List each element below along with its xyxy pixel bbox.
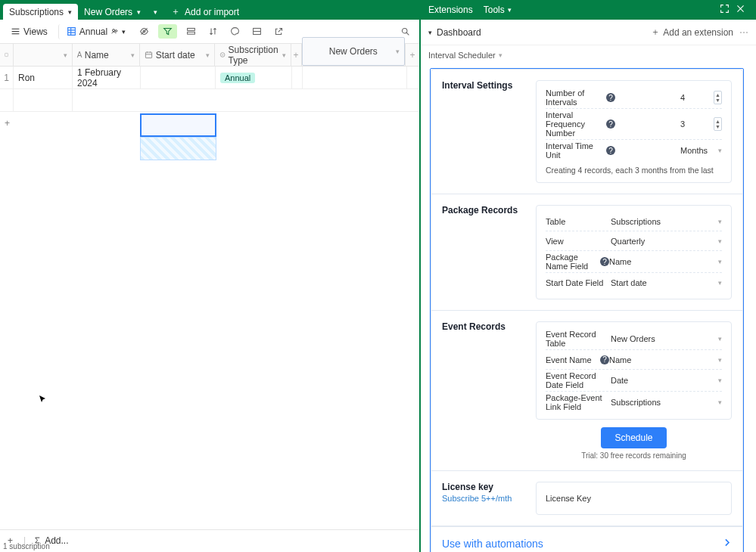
package-table-select[interactable]: Subscriptions ▾ (611, 217, 722, 226)
sort-icon[interactable] (205, 24, 221, 39)
row-name[interactable]: Ron (14, 67, 73, 88)
annual-tag: Annual (220, 73, 255, 83)
number-stepper[interactable] (714, 91, 722, 104)
chevron-down-icon: ▾ (508, 6, 512, 14)
field-label: Event Name (546, 355, 600, 364)
package-name-select[interactable]: Name ▾ (609, 257, 722, 266)
chevron-down-icon[interactable]: ▾ (137, 8, 141, 16)
extensions-menu[interactable]: Extensions (428, 5, 473, 15)
num-intervals-input[interactable]: 4 (680, 91, 722, 104)
interval-unit-select[interactable]: Months ▾ (680, 146, 722, 155)
row-sub-type[interactable]: Annual (216, 67, 292, 88)
row-start-date[interactable]: 1 February 2024 (73, 67, 141, 88)
hide-fields-icon[interactable] (136, 24, 152, 39)
group-icon[interactable] (183, 24, 199, 39)
tab-subscriptions[interactable]: Subscriptions ▾ (3, 4, 78, 20)
chevron-down-icon: ▾ (206, 51, 210, 59)
help-icon[interactable]: ? (600, 355, 609, 364)
dash-header: ▾ Dashboard ＋ Add an extension ⋯ (421, 20, 756, 45)
field-label: View (546, 237, 611, 246)
add-or-import-button[interactable]: ＋ Add or import (163, 4, 247, 20)
chevron-down-icon: ▾ (499, 51, 502, 59)
col-new-orders[interactable]: New Orders ▾ (302, 44, 406, 66)
row-spacer (141, 67, 216, 88)
automations-label: Use with automations (442, 538, 543, 550)
help-icon[interactable]: ? (600, 257, 609, 266)
view-name: Annual (79, 26, 107, 37)
interval-note: Creating 4 records, each 3 months from t… (546, 161, 722, 176)
col-add-inline[interactable]: + (291, 44, 302, 66)
chevron-down-icon: ▾ (122, 28, 126, 36)
share-icon[interactable] (271, 24, 287, 39)
add-import-label: Add or import (185, 7, 239, 17)
plus-icon: ＋ (171, 5, 180, 18)
row-orders-cell[interactable] (303, 67, 407, 88)
event-table-select[interactable]: New Orders ▾ (611, 334, 722, 343)
value: Name (609, 355, 631, 364)
tab-label: Subscriptions (9, 7, 64, 17)
record-count: 1 subscription (0, 541, 53, 552)
dash-title[interactable]: ▾ Dashboard (428, 27, 651, 38)
number-stepper[interactable] (714, 117, 722, 131)
schedule-button[interactable]: Schedule (601, 427, 666, 448)
expand-icon[interactable] (720, 4, 730, 16)
chevron-down-icon: ▾ (396, 48, 400, 55)
value: New Orders (611, 334, 655, 343)
chevron-down-icon[interactable]: ▾ (68, 8, 72, 16)
close-icon[interactable] (736, 4, 745, 16)
extension-pane: ▾ Dashboard ＋ Add an extension ⋯ Interva… (421, 20, 756, 552)
value: Months (680, 146, 708, 155)
cursor-icon (39, 395, 46, 402)
field-label: Event Record Table (546, 330, 611, 348)
add-extension-label: Add an extension (663, 27, 733, 38)
help-icon[interactable]: ? (606, 146, 615, 155)
date-icon (145, 50, 153, 60)
row-height-icon[interactable] (249, 24, 265, 39)
scheduler-title-bar[interactable]: Interval Scheduler ▾ (421, 45, 756, 65)
event-date-select[interactable]: Date ▾ (611, 376, 722, 385)
table-tabs: Subscriptions ▾ New Orders ▾ ▾ ＋ Add or … (3, 0, 247, 20)
filter-icon[interactable] (158, 24, 177, 39)
tab-new-orders[interactable]: New Orders ▾ (78, 4, 147, 20)
views-label: Views (23, 26, 48, 37)
field-label: Start Date Field (546, 278, 611, 287)
add-extension-button[interactable]: ＋ Add an extension (651, 26, 733, 39)
view-picker[interactable]: Annual ▾ (58, 24, 130, 39)
add-row-button[interactable]: + (0, 112, 419, 135)
col-label: New Orders (329, 46, 378, 57)
views-button[interactable]: Views (6, 24, 52, 39)
svg-rect-7 (5, 53, 8, 56)
color-icon[interactable] (227, 24, 243, 39)
chevron-down-icon: ▾ (718, 335, 722, 343)
help-icon[interactable]: ? (606, 119, 615, 129)
col-start-date[interactable]: Start date ▾ (140, 44, 215, 66)
package-date-select[interactable]: Start date ▾ (611, 278, 722, 287)
interval-freq-input[interactable]: 3 (680, 117, 722, 131)
help-icon[interactable]: ? (606, 93, 615, 102)
value: Name (609, 257, 631, 266)
event-link-select[interactable]: Subscriptions ▾ (611, 398, 722, 407)
svg-point-0 (113, 29, 115, 32)
tools-menu[interactable]: Tools ▾ (484, 5, 512, 15)
chevron-down-icon: ▾ (428, 29, 432, 36)
tab-chevron[interactable]: ▾ (147, 4, 163, 20)
field-label: Event Record Date Field (546, 371, 611, 389)
more-menu[interactable]: ⋯ (733, 27, 748, 38)
text-type-icon: A (77, 51, 82, 59)
subscribe-link[interactable]: Subscribe 5++/mth (442, 494, 536, 503)
svg-point-9 (220, 53, 225, 57)
chevron-down-icon: ▾ (718, 377, 722, 384)
package-view-select[interactable]: Quarterly ▾ (611, 237, 722, 246)
select-all-checkbox[interactable] (0, 44, 14, 66)
col-sub-type[interactable]: Subscription Type ▾ (215, 44, 291, 66)
add-field-button[interactable]: + (406, 44, 419, 66)
svg-rect-3 (188, 28, 195, 30)
table-row[interactable]: 1 Ron 1 February 2024 Annual (0, 67, 419, 89)
chevron-down-icon: ▾ (718, 258, 722, 265)
col-label: Subscription Type (229, 45, 282, 66)
col-expand[interactable]: ▾ (14, 44, 73, 66)
automations-row[interactable]: Use with automations (431, 526, 742, 552)
value: 3 (680, 119, 685, 129)
col-name[interactable]: A Name ▾ (73, 44, 141, 66)
event-name-select[interactable]: Name ▾ (609, 355, 722, 364)
